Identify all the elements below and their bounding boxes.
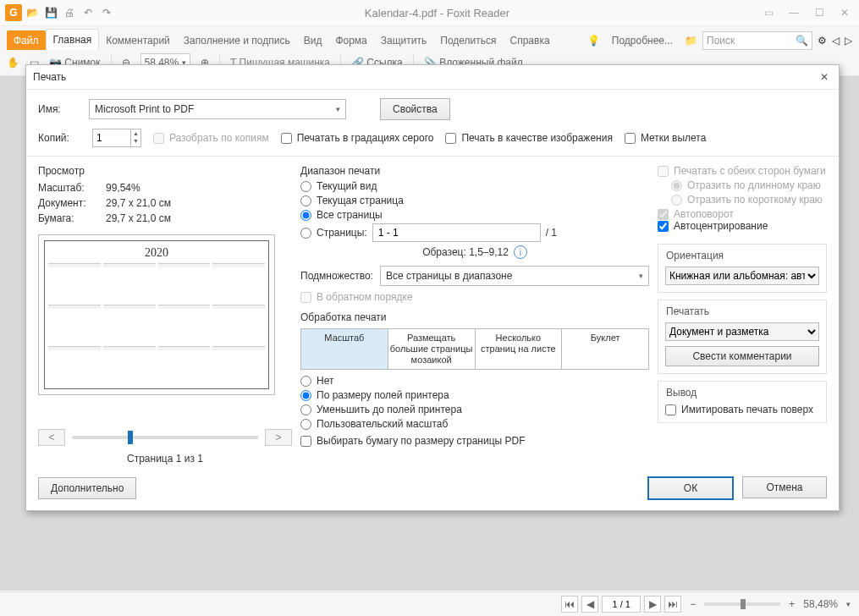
orientation-title: Ориентация xyxy=(664,250,726,261)
preview-thumbnail: 2020 xyxy=(38,234,275,395)
preview-year: 2020 xyxy=(145,246,168,260)
print-icon[interactable]: 🖨 xyxy=(61,4,78,21)
redo-icon[interactable]: ↷ xyxy=(98,4,115,21)
dialog-close-icon[interactable]: ✕ xyxy=(817,69,832,85)
minimize-icon[interactable]: — xyxy=(785,7,803,19)
cancel-button[interactable]: Отмена xyxy=(742,476,827,498)
preview-page-indicator: Страница 1 из 1 xyxy=(38,453,292,465)
handling-tab-nup[interactable]: Несколько страниц на листе xyxy=(476,329,563,369)
range-pages[interactable]: Страницы: xyxy=(300,227,367,239)
statusbar: ⏮ ◀ ▶ ⏭ − + 58,48% ▾ xyxy=(0,591,859,616)
close-window-icon[interactable]: ✕ xyxy=(835,7,854,19)
copies-spinner[interactable]: ▲▼ xyxy=(92,129,141,147)
spin-up-icon[interactable]: ▲ xyxy=(131,129,140,137)
save-icon[interactable]: 💾 xyxy=(42,4,59,21)
duplex-checkbox: Печатать с обеих сторон бумаги xyxy=(658,165,827,177)
tab-form[interactable]: Форма xyxy=(328,30,373,50)
tab-view[interactable]: Вид xyxy=(297,30,329,50)
auto-center-checkbox[interactable]: Автоцентрирование xyxy=(658,220,827,232)
bleed-marks-checkbox[interactable]: Метки вылета xyxy=(625,132,707,144)
collate-checkbox: Разобрать по копиям xyxy=(153,132,269,144)
tab-help[interactable]: Справка xyxy=(504,30,557,50)
tab-fillsign[interactable]: Заполнение и подпись xyxy=(177,30,297,50)
info-icon[interactable]: i xyxy=(514,245,527,259)
copies-input[interactable] xyxy=(93,129,130,146)
printer-select[interactable]: Microsoft Print to PDF▾ xyxy=(89,99,346,119)
print-dialog: Печать ✕ Имя: Microsoft Print to PDF▾ Св… xyxy=(25,64,840,511)
spin-down-icon[interactable]: ▼ xyxy=(131,137,140,145)
print-what-title: Печатать xyxy=(664,305,712,317)
auto-rotate-checkbox: Автоповорот xyxy=(658,208,827,220)
preview-scale-label: Масштаб: xyxy=(38,180,97,195)
gear-icon[interactable]: ⚙ xyxy=(818,35,827,47)
scale-fit[interactable]: По размеру полей принтера xyxy=(300,389,649,401)
zoom-slider[interactable] xyxy=(704,602,780,606)
simulate-overprint-checkbox[interactable]: Имитировать печать поверх xyxy=(665,404,819,415)
next-page-icon[interactable]: ▶ xyxy=(644,596,661,613)
tab-file[interactable]: Файл xyxy=(7,30,46,50)
subset-label: Подмножество: xyxy=(300,270,373,282)
maximize-icon[interactable]: ☐ xyxy=(810,7,829,19)
choose-paper-checkbox[interactable]: Выбирать бумагу по размеру страницы PDF xyxy=(300,435,649,447)
preview-paper-label: Бумага: xyxy=(38,211,97,226)
range-current-view[interactable]: Текущий вид xyxy=(300,180,649,192)
ok-button[interactable]: ОК xyxy=(647,476,734,500)
open-icon[interactable]: 📂 xyxy=(24,4,41,21)
scale-custom[interactable]: Пользовательский масштаб xyxy=(300,418,649,430)
page-number-field[interactable] xyxy=(602,596,641,613)
properties-button[interactable]: Свойства xyxy=(380,98,450,120)
print-what-select[interactable]: Документ и разметка xyxy=(665,322,819,341)
handling-title: Обработка печати xyxy=(300,311,649,323)
restore-icon[interactable]: ▭ xyxy=(759,7,778,19)
first-page-icon[interactable]: ⏮ xyxy=(561,596,578,613)
range-sample: Образец: 1,5–9,12 xyxy=(422,246,509,258)
zoom-menu-icon[interactable]: ▾ xyxy=(846,600,851,608)
summarize-comments-button[interactable]: Свести комментарии xyxy=(665,346,819,366)
handling-tab-scale[interactable]: Масштаб xyxy=(301,329,388,369)
range-title: Диапазон печати xyxy=(300,165,649,177)
nav-left-icon[interactable]: ◁ xyxy=(832,35,840,47)
preview-next-button[interactable]: > xyxy=(265,429,292,446)
last-page-icon[interactable]: ⏭ xyxy=(664,596,681,613)
titlebar: G 📂 💾 🖨 ↶ ↷ Kalendar-4.pdf - Foxit Reade… xyxy=(0,0,859,26)
subset-select[interactable]: Все страницы в диапазоне▾ xyxy=(380,266,649,286)
nav-right-icon[interactable]: ▷ xyxy=(845,35,852,47)
zoom-out-status-icon[interactable]: − xyxy=(690,598,696,610)
output-title: Вывод xyxy=(664,387,699,399)
preview-slider[interactable] xyxy=(72,436,258,439)
orientation-select[interactable]: Книжная или альбомная: авто xyxy=(665,267,819,285)
flip-short-radio: Отразить по короткому краю xyxy=(671,194,827,206)
pages-input[interactable] xyxy=(372,223,541,242)
undo-icon[interactable]: ↶ xyxy=(80,4,96,21)
bulb-icon[interactable]: 💡 xyxy=(587,35,600,47)
range-current-page[interactable]: Текущая страница xyxy=(300,195,649,206)
scale-none[interactable]: Нет xyxy=(300,375,649,387)
zoom-value: 58,48% xyxy=(803,598,838,610)
tab-comment[interactable]: Комментарий xyxy=(99,30,177,50)
zoom-in-status-icon[interactable]: + xyxy=(789,598,795,610)
preview-scale-value: 99,54% xyxy=(106,180,140,195)
scale-shrink[interactable]: Уменьшить до полей принтера xyxy=(300,404,649,415)
handling-tabs: Масштаб Размещать большие страницы мозаи… xyxy=(300,328,649,370)
search-icon: 🔍 xyxy=(796,35,808,47)
prev-page-icon[interactable]: ◀ xyxy=(581,596,598,613)
copies-label: Копий: xyxy=(38,132,80,144)
tab-protect[interactable]: Защитить xyxy=(374,30,433,50)
dialog-title: Печать xyxy=(33,71,66,83)
handling-tab-tile[interactable]: Размещать большие страницы мозаикой xyxy=(388,329,476,369)
search-input[interactable]: Поиск 🔍 xyxy=(702,31,812,50)
tab-share[interactable]: Поделиться xyxy=(433,30,503,50)
grayscale-checkbox[interactable]: Печатать в градациях серого xyxy=(281,132,434,144)
hand-tool-icon[interactable]: ✋ xyxy=(7,57,19,69)
tab-home[interactable]: Главная xyxy=(46,29,100,50)
preview-doc-value: 29,7 x 21,0 см xyxy=(106,195,171,211)
preview-title: Просмотр xyxy=(38,165,292,177)
print-as-image-checkbox[interactable]: Печать в качестве изображения xyxy=(445,132,612,144)
pages-of: / 1 xyxy=(546,227,557,239)
range-all-pages[interactable]: Все страницы xyxy=(300,209,649,221)
handling-tab-booklet[interactable]: Буклет xyxy=(562,329,648,369)
preview-prev-button[interactable]: < xyxy=(38,429,65,446)
folder-icon[interactable]: 📁 xyxy=(685,35,697,47)
advanced-button[interactable]: Дополнительно xyxy=(38,477,136,499)
tell-me[interactable]: Подробнее... xyxy=(605,30,680,50)
